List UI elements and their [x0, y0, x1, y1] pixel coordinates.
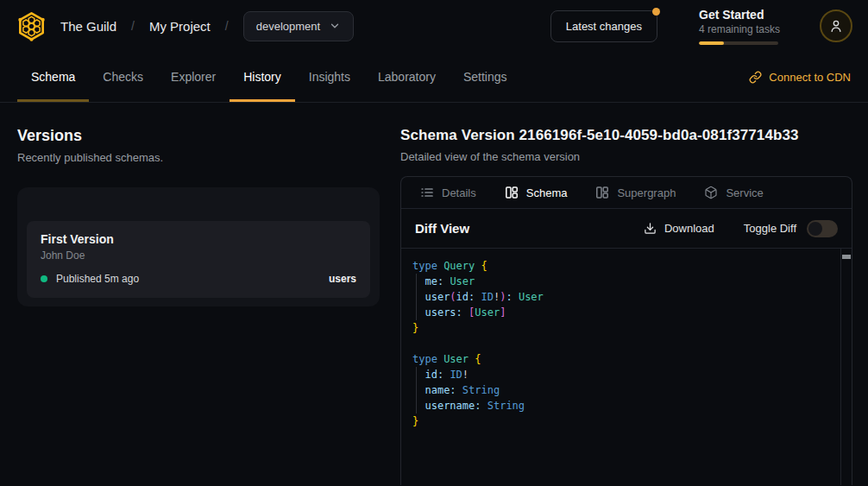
download-icon — [644, 222, 657, 235]
target-selector-value: development — [256, 20, 320, 33]
tab-schema-label: Schema — [526, 186, 568, 199]
service-name-badge: users — [329, 273, 356, 285]
tab-service-label: Service — [726, 186, 763, 199]
versions-list-card: First Version John Doe Published 5m ago … — [17, 187, 380, 306]
tab-service[interactable]: Service — [704, 186, 763, 199]
breadcrumb: The Guild / My Project / development — [60, 11, 354, 41]
download-label: Download — [664, 222, 714, 235]
code-line: } — [412, 320, 829, 336]
chevron-down-icon — [329, 20, 341, 32]
panels-icon — [505, 186, 519, 199]
code-scrollbar-thumb[interactable] — [842, 255, 851, 259]
code-line: type Query { — [412, 258, 829, 274]
versions-subtitle: Recently published schemas. — [17, 151, 380, 164]
get-started-subtitle: 4 remaining tasks — [699, 22, 778, 36]
code-scrollbar[interactable] — [840, 249, 852, 485]
code-line: id: ID! — [412, 367, 829, 382]
download-button[interactable]: Download — [644, 222, 714, 235]
version-status-row: Published 5m ago users — [41, 273, 356, 285]
get-started-widget[interactable]: Get Started 4 remaining tasks — [699, 7, 778, 45]
code-line: user(id: ID!): User — [412, 289, 829, 305]
nav-tab-explorer[interactable]: Explorer — [157, 52, 230, 102]
sdl-code-viewer: type Query { me: User user(id: ID!): Use… — [401, 249, 852, 485]
code-line — [412, 336, 829, 351]
schema-version-detail: Schema Version 2166196f-5e10-4059-bd0a-0… — [400, 103, 868, 485]
version-name: First Version — [41, 232, 356, 246]
panels-icon — [595, 186, 609, 199]
code-line: type User { — [412, 351, 829, 367]
main-nav: Schema Checks Explorer History Insights … — [0, 52, 868, 103]
tab-details-label: Details — [442, 186, 476, 199]
target-selector-dropdown[interactable]: development — [243, 11, 354, 41]
nav-tab-insights[interactable]: Insights — [295, 52, 364, 102]
diff-view-toolbar: Diff View Download — [401, 209, 852, 249]
code-line: name: String — [412, 382, 829, 398]
breadcrumb-separator: / — [225, 19, 229, 33]
latest-changes-label: Latest changes — [566, 20, 642, 33]
published-status-dot — [41, 275, 47, 282]
tab-supergraph-label: Supergraph — [617, 186, 676, 199]
nav-tab-history[interactable]: History — [230, 52, 295, 102]
code-block: type Query { me: User user(id: ID!): Use… — [401, 249, 852, 439]
diff-view-actions: Download Toggle Diff — [644, 220, 838, 237]
breadcrumb-separator: / — [131, 19, 135, 33]
versions-sidebar: Versions Recently published schemas. Fir… — [0, 103, 400, 485]
tab-schema[interactable]: Schema — [505, 186, 568, 199]
schema-version-title: Schema Version 2166196f-5e10-4059-bd0a-0… — [400, 127, 852, 144]
schema-detail-tabs: Details Schema — [401, 177, 852, 209]
nav-tab-checks[interactable]: Checks — [89, 52, 157, 102]
user-avatar-button[interactable] — [820, 9, 852, 42]
version-list-item[interactable]: First Version John Doe Published 5m ago … — [27, 221, 370, 298]
header-actions: Latest changes Get Started 4 remaining t… — [550, 7, 852, 45]
code-line: } — [412, 413, 829, 429]
hive-logo-icon[interactable] — [16, 10, 47, 42]
toggle-diff-label: Toggle Diff — [744, 222, 796, 235]
latest-changes-button[interactable]: Latest changes — [550, 10, 657, 42]
breadcrumb-project[interactable]: My Project — [149, 19, 211, 34]
list-icon — [420, 186, 434, 199]
code-line: me: User — [412, 274, 829, 289]
toggle-diff-switch[interactable] — [807, 220, 838, 237]
code-line: users: [User] — [412, 305, 829, 320]
top-header: The Guild / My Project / development Lat… — [0, 0, 868, 52]
version-status: Published 5m ago — [56, 273, 139, 285]
connect-to-cdn-link[interactable]: Connect to CDN — [749, 52, 851, 102]
user-icon — [828, 18, 844, 34]
notification-dot — [652, 8, 660, 16]
cube-icon — [704, 186, 718, 199]
progress-fill — [699, 41, 724, 45]
breadcrumb-org[interactable]: The Guild — [60, 19, 116, 34]
versions-title: Versions — [17, 127, 380, 145]
version-author: John Doe — [41, 249, 356, 262]
app-window: The Guild / My Project / development Lat… — [0, 0, 868, 486]
nav-tab-schema[interactable]: Schema — [17, 52, 89, 102]
nav-tab-settings[interactable]: Settings — [450, 52, 521, 102]
content-area: Versions Recently published schemas. Fir… — [0, 103, 868, 485]
schema-version-subtitle: Detailed view of the schema version — [400, 150, 852, 163]
get-started-progress-track — [699, 41, 778, 45]
tab-supergraph[interactable]: Supergraph — [595, 186, 676, 199]
toggle-diff-knob — [808, 222, 822, 236]
connect-to-cdn-label: Connect to CDN — [769, 71, 851, 84]
nav-tab-laboratory[interactable]: Laboratory — [364, 52, 450, 102]
link-icon — [749, 71, 762, 84]
schema-detail-panel: Details Schema — [400, 176, 852, 485]
get-started-title: Get Started — [699, 7, 778, 22]
code-line: username: String — [412, 398, 829, 413]
diff-view-title: Diff View — [415, 221, 469, 236]
tab-details[interactable]: Details — [420, 186, 476, 199]
